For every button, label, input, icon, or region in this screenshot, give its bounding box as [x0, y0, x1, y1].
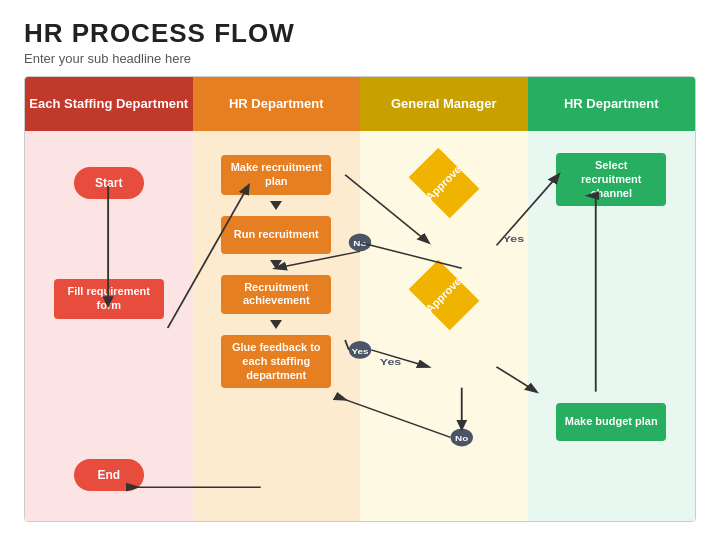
achievement-node: Recruitment achievement [221, 275, 331, 315]
end-node: End [74, 459, 144, 491]
col4-body: Select recruitment channel Make budget p… [528, 131, 696, 521]
arrow-achievement-to-glue [270, 320, 282, 329]
diagram: Each Staffing Department HR Department G… [24, 76, 696, 522]
fill-form-node: Fill requirement form [54, 279, 164, 319]
col2-body: Make recruitment plan Run recruitment Re… [193, 131, 361, 521]
col-header-3: General Manager [360, 77, 528, 131]
diagram-body: Start Fill requirement form End [25, 131, 695, 521]
arrow-run-to-achievement [270, 260, 282, 269]
page-subtitle: Enter your sub headline here [24, 51, 696, 66]
header-row: Each Staffing Department HR Department G… [25, 77, 695, 131]
run-recruitment-node: Run recruitment [221, 216, 331, 254]
start-node: Start [74, 167, 144, 199]
approve1-diamond: Approve [404, 157, 484, 209]
page-title: HR PROCESS FLOW [24, 18, 696, 49]
select-channel-node: Select recruitment channel [556, 153, 666, 206]
arrow-make-to-run [270, 201, 282, 210]
cols-container: Start Fill requirement form End [25, 131, 695, 521]
page: HR PROCESS FLOW Enter your sub headline … [0, 0, 720, 540]
approve2-diamond: Approve [404, 269, 484, 321]
col1-body: Start Fill requirement form End [25, 131, 193, 521]
col-header-4: HR Department [528, 77, 696, 131]
col-header-1: Each Staffing Department [25, 77, 193, 131]
col3-body: Approve Approve [360, 131, 528, 521]
col-header-2: HR Department [193, 77, 361, 131]
glue-feedback-node: Glue feedback to each staffing departmen… [221, 335, 331, 388]
make-budget-node: Make budget plan [556, 403, 666, 441]
make-plan-node: Make recruitment plan [221, 155, 331, 195]
